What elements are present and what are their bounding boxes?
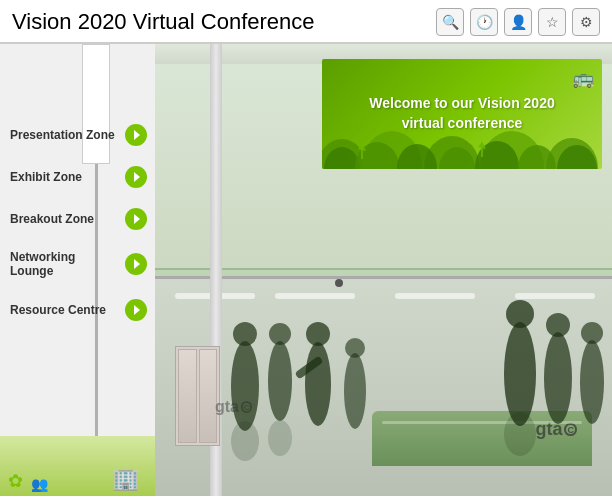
svg-point-24 [580, 340, 604, 424]
svg-point-18 [344, 353, 366, 429]
nav-arrow-resource-centre [125, 299, 147, 321]
svg-point-23 [546, 313, 570, 337]
sidebar: Presentation Zone Exhibit Zone Breakout … [0, 44, 155, 496]
nav-label-networking-lounge: Networking Lounge [10, 250, 121, 279]
nav-arrow-networking-lounge [125, 253, 147, 275]
svg-point-20 [504, 322, 536, 426]
nav-label-resource-centre: Resource Centre [10, 303, 121, 317]
svg-point-3 [439, 147, 475, 169]
svg-point-19 [345, 338, 365, 358]
svg-point-5 [518, 145, 556, 169]
svg-point-25 [581, 322, 603, 344]
settings-button[interactable]: ⚙ [572, 8, 600, 36]
header-title: Vision 2020 Virtual Conference [12, 9, 315, 35]
clock-button[interactable]: 🕐 [470, 8, 498, 36]
nav-item-presentation-zone[interactable]: Presentation Zone [0, 114, 155, 156]
ceiling-fixture [335, 279, 343, 287]
main-area: Presentation Zone Exhibit Zone Breakout … [0, 44, 612, 496]
svg-point-11 [231, 341, 259, 431]
header-icon-group: 🔍 🕐 👤 ☆ ⚙ [436, 8, 600, 36]
deco-building-icon: 🏢 [112, 466, 139, 492]
svg-point-15 [305, 342, 331, 426]
favorites-button[interactable]: ☆ [538, 8, 566, 36]
nav-arrow-presentation-zone [125, 124, 147, 146]
deco-people-icon: 👥 [31, 476, 48, 492]
elevator-door-left [178, 349, 197, 443]
banner-trees [322, 139, 602, 169]
nav-item-breakout-zone[interactable]: Breakout Zone [0, 198, 155, 240]
svg-point-14 [269, 323, 291, 345]
nav-arrow-breakout-zone [125, 208, 147, 230]
svg-point-21 [506, 300, 534, 328]
svg-point-22 [544, 332, 572, 424]
nav-item-exhibit-zone[interactable]: Exhibit Zone [0, 156, 155, 198]
svg-point-16 [306, 322, 330, 346]
search-button[interactable]: 🔍 [436, 8, 464, 36]
svg-point-26 [231, 421, 259, 461]
nav-label-breakout-zone: Breakout Zone [10, 212, 121, 226]
nav-item-resource-centre[interactable]: Resource Centre [0, 289, 155, 331]
svg-point-13 [268, 341, 292, 421]
sidebar-bottom-decoration: ✿ 👥 🏢 [0, 436, 155, 496]
svg-point-2 [397, 144, 437, 169]
svg-point-6 [557, 145, 597, 169]
svg-point-0 [324, 147, 360, 169]
banner-line1: Welcome to our Vision 2020 [369, 95, 554, 111]
banner-icon: 🚌 [572, 67, 594, 89]
nav-label-exhibit-zone: Exhibit Zone [10, 170, 121, 184]
conference-hall-view: Welcome to our Vision 2020 virtual confe… [155, 44, 612, 496]
banner-line2: virtual conference [402, 115, 523, 131]
profile-button[interactable]: 👤 [504, 8, 532, 36]
svg-point-27 [268, 420, 292, 456]
title-year: 2020 [78, 9, 127, 34]
nav-item-networking-lounge[interactable]: Networking Lounge [0, 240, 155, 289]
nav-label-presentation-zone: Presentation Zone [10, 128, 121, 142]
banner-text: Welcome to our Vision 2020 virtual confe… [369, 94, 554, 133]
people-silhouettes [210, 266, 610, 466]
title-vision: Vision [12, 9, 72, 34]
title-suffix: Virtual Conference [133, 9, 315, 34]
welcome-banner: Welcome to our Vision 2020 virtual confe… [322, 59, 602, 169]
app-header: Vision 2020 Virtual Conference 🔍 🕐 👤 ☆ ⚙ [0, 0, 612, 44]
nav-arrow-exhibit-zone [125, 166, 147, 188]
deco-flower-icon: ✿ [8, 470, 23, 492]
svg-point-12 [233, 322, 257, 346]
svg-point-28 [504, 412, 536, 456]
